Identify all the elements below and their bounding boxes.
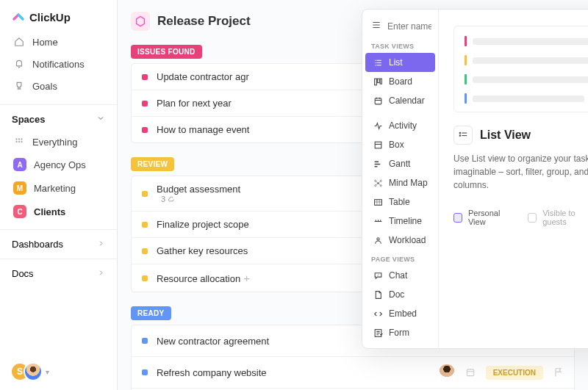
timeline-icon: [373, 216, 383, 226]
svg-point-3: [15, 141, 17, 142]
svg-rect-24: [462, 133, 467, 134]
mind-map-icon: [373, 178, 383, 188]
task-title: Refresh company website: [157, 367, 439, 378]
list-view-description: Use List view to organize your tasks in …: [453, 152, 588, 192]
nav-home[interactable]: Home: [6, 31, 111, 53]
activity-icon: [373, 120, 383, 131]
view-option-label: Form: [389, 328, 409, 338]
sidebar: ClickUp Home Notifications Goals Spaces …: [0, 0, 118, 390]
space-everything[interactable]: Everything: [6, 131, 111, 153]
status-dot: [142, 127, 148, 133]
nav-notifications[interactable]: Notifications: [6, 53, 111, 75]
svg-point-2: [21, 138, 22, 140]
view-option-label: Gantt: [389, 159, 410, 169]
docs-label: Docs: [12, 268, 34, 279]
dashboards-label: Dashboards: [12, 239, 63, 250]
spaces-header[interactable]: Spaces: [0, 104, 117, 131]
assignee-avatar[interactable]: [439, 364, 455, 380]
view-option-box[interactable]: Box: [365, 135, 435, 154]
view-option-board[interactable]: Board: [365, 72, 435, 91]
svg-point-5: [21, 141, 22, 142]
avatar-photo: [24, 362, 43, 381]
list-icon: [371, 20, 381, 32]
svg-point-0: [15, 138, 17, 140]
space-item-clients[interactable]: CClients: [6, 200, 111, 223]
view-option-workload[interactable]: Workload: [365, 231, 435, 250]
view-option-label: List: [389, 57, 403, 68]
status-tag[interactable]: EXECUTION: [486, 366, 543, 380]
board-icon: [373, 76, 383, 87]
view-name-input[interactable]: [387, 21, 431, 32]
personal-view-label: Personal View: [468, 209, 514, 226]
list-icon: [373, 57, 383, 68]
flag-icon[interactable]: [553, 367, 564, 378]
status-dot: [142, 369, 148, 375]
view-option-table[interactable]: Table: [365, 192, 435, 212]
nav-docs[interactable]: Docs: [0, 259, 117, 288]
svg-rect-9: [374, 79, 376, 85]
task-row[interactable]: Refresh company website EXECUTION: [132, 357, 574, 389]
nav-dashboards[interactable]: Dashboards: [0, 229, 117, 259]
nav-goals-label: Goals: [32, 81, 57, 92]
svg-point-4: [18, 141, 20, 142]
chevron-right-icon: [97, 268, 105, 279]
trophy-icon: [13, 80, 25, 92]
chevron-down-icon: [96, 114, 105, 125]
view-option-label: Table: [389, 197, 410, 207]
nav-notifications-label: Notifications: [32, 59, 85, 70]
view-picker-popup: TASK VIEWS ListBoardCalendar ActivityBox…: [362, 9, 588, 349]
status-dot: [142, 101, 148, 106]
view-option-gantt[interactable]: Gantt: [365, 154, 435, 173]
date-icon[interactable]: [465, 367, 476, 378]
view-option-embed[interactable]: Embed: [365, 304, 435, 323]
visible-guests-checkbox[interactable]: [528, 213, 537, 223]
view-option-label: Board: [389, 76, 412, 87]
view-option-label: Embed: [389, 308, 417, 319]
view-option-chat[interactable]: #Chat: [365, 266, 435, 285]
personal-view-checkbox[interactable]: [453, 213, 462, 223]
svg-rect-26: [462, 135, 467, 136]
view-option-label: Chat: [389, 270, 407, 281]
view-option-label: Box: [389, 140, 404, 150]
brand-logo[interactable]: ClickUp: [0, 0, 117, 31]
bell-icon: [13, 58, 25, 70]
svg-rect-11: [380, 79, 381, 84]
view-option-timeline[interactable]: Timeline: [365, 212, 435, 231]
view-option-label: Doc: [389, 289, 404, 300]
view-option-list[interactable]: List: [365, 53, 435, 72]
view-option-doc[interactable]: Doc: [365, 285, 435, 304]
view-option-form[interactable]: Form: [365, 323, 435, 342]
group-label[interactable]: READY: [131, 306, 171, 320]
home-icon: [13, 36, 25, 48]
list-view-title: List View: [480, 129, 531, 142]
chevron-right-icon: [97, 239, 105, 250]
space-item-agency-ops[interactable]: AAgency Ops: [6, 153, 111, 176]
space-badge: C: [13, 205, 26, 218]
group-label[interactable]: REVIEW: [131, 157, 174, 171]
grid-icon: [13, 136, 25, 148]
view-option-mind-map[interactable]: Mind Map: [365, 173, 435, 192]
space-label: Marketing: [34, 183, 76, 194]
nav-goals[interactable]: Goals: [6, 75, 111, 97]
view-option-label: Activity: [389, 120, 417, 131]
project-title: Release Project: [157, 14, 251, 29]
view-option-label: Timeline: [389, 216, 422, 226]
view-option-activity[interactable]: Activity: [365, 116, 435, 135]
main-content: Release Project ISSUES FOUNDUpdate contr…: [118, 0, 588, 390]
user-avatar-group[interactable]: S ▾: [0, 353, 117, 390]
list-view-icon: [453, 126, 473, 145]
space-label: Clients: [34, 206, 65, 217]
space-everything-label: Everything: [32, 137, 77, 148]
view-option-label: Mind Map: [389, 178, 428, 188]
svg-rect-23: [459, 132, 461, 134]
view-option-calendar[interactable]: Calendar: [365, 91, 435, 110]
space-item-marketing[interactable]: MMarketing: [6, 176, 111, 200]
page-views-label: PAGE VIEWS: [362, 250, 438, 266]
svg-point-1: [18, 138, 20, 140]
brand-name: ClickUp: [29, 11, 71, 24]
view-option-label: Workload: [389, 235, 426, 245]
svg-rect-13: [375, 142, 381, 148]
group-label[interactable]: ISSUES FOUND: [131, 45, 202, 59]
form-icon: [373, 328, 383, 338]
add-subtask-icon[interactable]: +: [243, 272, 250, 284]
